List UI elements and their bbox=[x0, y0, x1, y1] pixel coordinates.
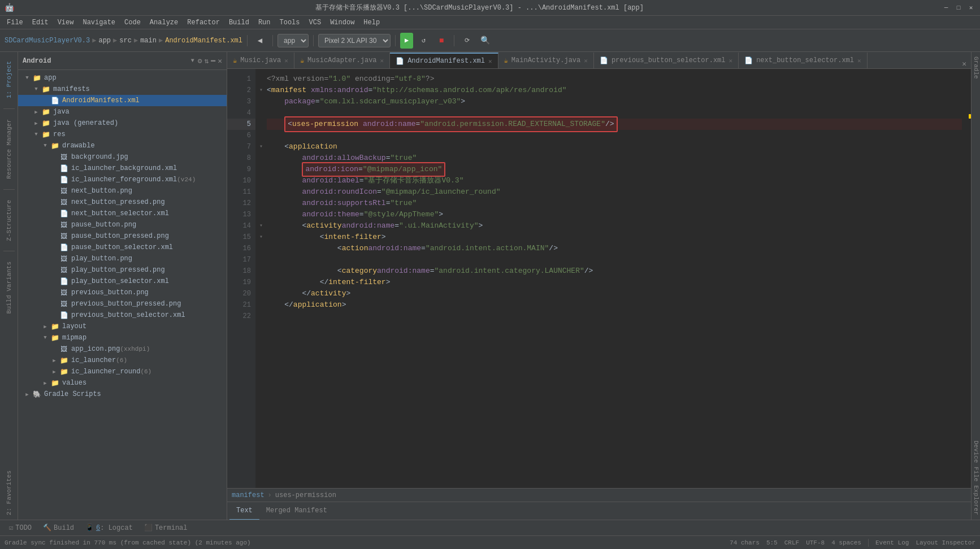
project-panel-label[interactable]: 1: Project bbox=[6, 56, 12, 103]
tree-item-ic-launcher-fg[interactable]: 📄 ic_launcher_foreground.xml (v24) bbox=[18, 174, 227, 185]
tab-close-music[interactable]: ✕ bbox=[284, 57, 288, 64]
tree-item-java[interactable]: ▶ 📁 java bbox=[18, 106, 227, 117]
status-encoding[interactable]: UTF-8 bbox=[806, 539, 825, 546]
panel-dropdown-icon[interactable]: ▼ bbox=[191, 58, 194, 64]
menu-help[interactable]: Help bbox=[359, 18, 384, 28]
tree-item-next-selector[interactable]: 📄 next_button_selector.xml bbox=[18, 208, 227, 219]
stop-button[interactable]: ■ bbox=[433, 33, 449, 49]
tree-item-res[interactable]: ▼ 📁 res bbox=[18, 129, 227, 140]
terminal-button[interactable]: ⬛ Terminal bbox=[140, 522, 192, 534]
rebuild-button[interactable]: ↺ bbox=[415, 33, 431, 49]
tab-next-selector[interactable]: 📄 next_button_selector.xml ✕ bbox=[739, 53, 867, 68]
breadcrumb-manifest-item[interactable]: manifest bbox=[232, 491, 264, 499]
close-all-icon[interactable]: ✕ bbox=[957, 59, 971, 68]
favorites-label[interactable]: 2: Favorites bbox=[6, 466, 12, 520]
device-file-explorer-label[interactable]: Device File Explorer bbox=[972, 436, 981, 520]
tree-item-androidmanifest[interactable]: 📄 AndroidManifest.xml bbox=[18, 95, 227, 106]
breadcrumb-src[interactable]: src bbox=[119, 37, 132, 45]
back-button[interactable]: ◀ bbox=[252, 33, 268, 49]
menu-code[interactable]: Code bbox=[120, 18, 145, 28]
tab-close-prev-sel[interactable]: ✕ bbox=[729, 57, 733, 64]
build-variants-label[interactable]: Build Variants bbox=[6, 257, 12, 318]
todo-button[interactable]: ☑ TODO bbox=[5, 522, 36, 534]
menu-window[interactable]: Window bbox=[326, 18, 359, 28]
close-button[interactable]: ✕ bbox=[966, 3, 975, 12]
status-position[interactable]: 5:5 bbox=[766, 539, 778, 546]
tab-close-musicadapter[interactable]: ✕ bbox=[380, 57, 384, 64]
gradle-panel-label[interactable]: Gradle bbox=[972, 52, 981, 84]
status-line-ending[interactable]: CRLF bbox=[784, 539, 799, 546]
tree-item-play-pressed[interactable]: 🖼 play_button_pressed.png bbox=[18, 264, 227, 276]
menu-build[interactable]: Build bbox=[224, 18, 254, 28]
menu-refactor[interactable]: Refactor bbox=[183, 18, 224, 28]
tab-music-java[interactable]: ☕ Music.java ✕ bbox=[227, 53, 294, 68]
tree-item-ic-launcher[interactable]: ▶ 📁 ic_launcher (6) bbox=[18, 355, 227, 366]
tree-item-prev-pressed[interactable]: 🖼 previous_button_pressed.png bbox=[18, 298, 227, 310]
tree-item-next-btn[interactable]: 🖼 next_button.png bbox=[18, 185, 227, 197]
menu-vcs[interactable]: VCS bbox=[305, 18, 326, 28]
maximize-button[interactable]: □ bbox=[954, 3, 963, 12]
fold-2[interactable]: ▾ bbox=[255, 85, 267, 96]
window-controls[interactable]: ─ □ ✕ bbox=[942, 3, 975, 12]
menu-file[interactable]: File bbox=[2, 18, 28, 28]
panel-gear-icon[interactable]: ⚙ bbox=[198, 56, 202, 66]
status-indent[interactable]: 4 spaces bbox=[831, 539, 861, 546]
structure-panel-label[interactable]: Z-Structure bbox=[6, 195, 12, 246]
menu-view[interactable]: View bbox=[53, 18, 79, 28]
tab-close-manifest[interactable]: ✕ bbox=[488, 58, 492, 65]
fold-7[interactable]: ▾ bbox=[255, 141, 267, 152]
resource-panel-label[interactable]: Resource Manager bbox=[6, 115, 12, 184]
tree-item-pause-pressed[interactable]: 🖼 pause_button_pressed.png bbox=[18, 230, 227, 242]
build-button[interactable]: 🔨 Build bbox=[38, 522, 79, 534]
tree-item-ic-launcher-bg[interactable]: 📄 ic_launcher_background.xml bbox=[18, 163, 227, 174]
logcat-button[interactable]: 📱 6: Logcat bbox=[81, 522, 137, 534]
tree-item-java-generated[interactable]: ▶ 📁 java (generated) bbox=[18, 117, 227, 129]
tab-mainactivity[interactable]: ☕ MainActivity.java ✕ bbox=[498, 53, 594, 68]
panel-minus-icon[interactable]: ━ bbox=[211, 56, 215, 66]
code-editor[interactable]: 1 2 3 4 5 6 7 8 9 10 11 12 13 14 15 16 1 bbox=[227, 69, 971, 488]
menu-analyze[interactable]: Analyze bbox=[145, 18, 183, 28]
menu-navigate[interactable]: Navigate bbox=[78, 18, 120, 28]
tree-item-app[interactable]: ▼ 📁 app bbox=[18, 72, 227, 84]
menu-tools[interactable]: Tools bbox=[275, 18, 305, 28]
tab-close-next-sel[interactable]: ✕ bbox=[857, 57, 861, 64]
tree-item-play-selector[interactable]: 📄 play_button_selector.xml bbox=[18, 276, 227, 287]
menu-run[interactable]: Run bbox=[254, 18, 275, 28]
panel-sync-icon[interactable]: ⇅ bbox=[205, 56, 209, 66]
tab-prev-selector[interactable]: 📄 previous_button_selector.xml ✕ bbox=[594, 53, 739, 68]
run-button[interactable]: ▶ bbox=[400, 33, 413, 49]
tree-item-drawable[interactable]: ▼ 📁 drawable bbox=[18, 140, 227, 151]
tree-item-play[interactable]: 🖼 play_button.png bbox=[18, 253, 227, 264]
event-log-button[interactable]: Event Log bbox=[875, 539, 909, 546]
tree-item-manifests[interactable]: ▼ 📁 manifests bbox=[18, 84, 227, 95]
tree-item-background[interactable]: 🖼 background.jpg bbox=[18, 151, 227, 163]
menu-edit[interactable]: Edit bbox=[28, 18, 53, 28]
tree-item-gradle[interactable]: ▶ 🐘 Gradle Scripts bbox=[18, 389, 227, 400]
search-button[interactable]: 🔍 bbox=[477, 33, 493, 49]
tab-close-mainactivity[interactable]: ✕ bbox=[584, 57, 588, 64]
breadcrumb-project[interactable]: SDCardMusicPlayerV0.3 bbox=[5, 37, 90, 45]
tree-item-next-btn-pressed[interactable]: 🖼 next_button_pressed.png bbox=[18, 197, 227, 208]
breadcrumb-manifest[interactable]: AndroidManifest.xml bbox=[165, 37, 242, 45]
tree-item-app-icon[interactable]: 🖼 app_icon.png (xxhdpi) bbox=[18, 343, 227, 355]
tree-item-mipmap[interactable]: ▼ 📁 mipmap bbox=[18, 332, 227, 343]
tree-item-pause-selector[interactable]: 📄 pause_button_selector.xml bbox=[18, 242, 227, 253]
sync-button[interactable]: ⟳ bbox=[459, 33, 475, 49]
tab-text[interactable]: Text bbox=[229, 502, 259, 520]
fold-15[interactable]: ▾ bbox=[255, 232, 267, 243]
tree-item-pause[interactable]: 🖼 pause_button.png bbox=[18, 219, 227, 230]
fold-14[interactable]: ▾ bbox=[255, 220, 267, 232]
tab-merged-manifest[interactable]: Merged Manifest bbox=[259, 502, 334, 520]
tree-item-layout[interactable]: ▶ 📁 layout bbox=[18, 321, 227, 332]
tree-item-prev[interactable]: 🖼 previous_button.png bbox=[18, 287, 227, 298]
breadcrumb-app[interactable]: app bbox=[98, 37, 111, 45]
breadcrumb-uses-permission[interactable]: uses-permission bbox=[275, 491, 336, 499]
status-chars[interactable]: 74 chars bbox=[730, 539, 760, 546]
breadcrumb-main[interactable]: main bbox=[140, 37, 157, 45]
tree-item-prev-selector[interactable]: 📄 previous_button_selector.xml bbox=[18, 310, 227, 321]
device-selector[interactable]: Pixel 2 XL API 30 bbox=[318, 34, 391, 47]
tab-musicadapter-java[interactable]: ☕ MusicAdapter.java ✕ bbox=[294, 53, 390, 68]
tree-item-ic-launcher-round[interactable]: ▶ 📁 ic_launcher_round (6) bbox=[18, 366, 227, 377]
tab-androidmanifest[interactable]: 📄 AndroidManifest.xml ✕ bbox=[390, 53, 498, 68]
run-config-selector[interactable]: app bbox=[277, 34, 309, 47]
